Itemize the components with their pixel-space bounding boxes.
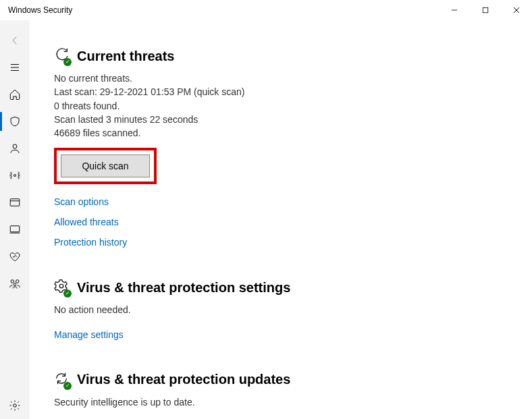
window-title: Windows Security	[8, 5, 72, 15]
quick-scan-button[interactable]: Quick scan	[61, 155, 150, 177]
svg-point-6	[16, 280, 20, 283]
last-scan-line: Last scan: 29-12-2021 01:53 PM (quick sc…	[54, 85, 532, 99]
protection-history-link[interactable]: Protection history	[54, 237, 532, 248]
section-protection-updates: Virus & threat protection updates Securi…	[54, 371, 532, 409]
maximize-button[interactable]	[470, 0, 501, 20]
threat-status: No current threats.	[54, 72, 532, 85]
highlight-box: Quick scan	[54, 148, 157, 184]
refresh-shield-icon	[54, 47, 69, 65]
main-content: Current threats No current threats. Last…	[30, 20, 532, 419]
gear-icon	[54, 279, 69, 296]
manage-settings-link[interactable]: Manage settings	[54, 329, 532, 340]
menu-button[interactable]	[0, 54, 30, 81]
close-button[interactable]	[501, 0, 532, 20]
section-protection-settings: Virus & threat protection settings No ac…	[54, 279, 532, 339]
svg-point-7	[14, 283, 16, 286]
nav-account-protection[interactable]	[0, 135, 30, 162]
svg-rect-0	[483, 7, 488, 13]
svg-point-2	[14, 175, 16, 177]
svg-point-9	[59, 285, 63, 289]
nav-device-security[interactable]	[0, 216, 30, 243]
update-icon	[54, 371, 69, 389]
section-title: Virus & threat protection settings	[77, 280, 290, 296]
nav-virus-threat-protection[interactable]	[0, 108, 30, 135]
allowed-threats-link[interactable]: Allowed threats	[54, 217, 532, 227]
svg-point-8	[14, 404, 17, 408]
nav-home[interactable]	[0, 81, 30, 108]
svg-point-1	[13, 144, 17, 148]
svg-rect-3	[10, 199, 20, 206]
nav-firewall-network[interactable]	[0, 162, 30, 189]
svg-point-5	[11, 280, 14, 283]
settings-status: No action needed.	[54, 303, 532, 316]
section-title: Current threats	[77, 49, 174, 64]
section-title: Virus & threat protection updates	[77, 372, 290, 387]
threat-status-block: No current threats. Last scan: 29-12-202…	[54, 72, 532, 140]
files-scanned-line: 46689 files scanned.	[54, 126, 532, 140]
scan-options-link[interactable]: Scan options	[54, 196, 532, 207]
sidebar	[0, 20, 30, 419]
minimize-button[interactable]	[439, 0, 470, 20]
nav-settings[interactable]	[0, 392, 30, 419]
updates-status: Security intelligence is up to date.	[54, 395, 532, 409]
nav-app-browser-control[interactable]	[0, 189, 30, 216]
back-button[interactable]	[0, 27, 30, 54]
scan-duration-line: Scan lasted 3 minutes 22 seconds	[54, 113, 532, 126]
nav-family-options[interactable]	[0, 270, 30, 297]
svg-rect-4	[10, 226, 20, 232]
section-current-threats: Current threats No current threats. Last…	[54, 47, 532, 248]
nav-device-performance[interactable]	[0, 243, 30, 270]
titlebar: Windows Security	[0, 0, 532, 20]
threats-found-line: 0 threats found.	[54, 99, 532, 113]
